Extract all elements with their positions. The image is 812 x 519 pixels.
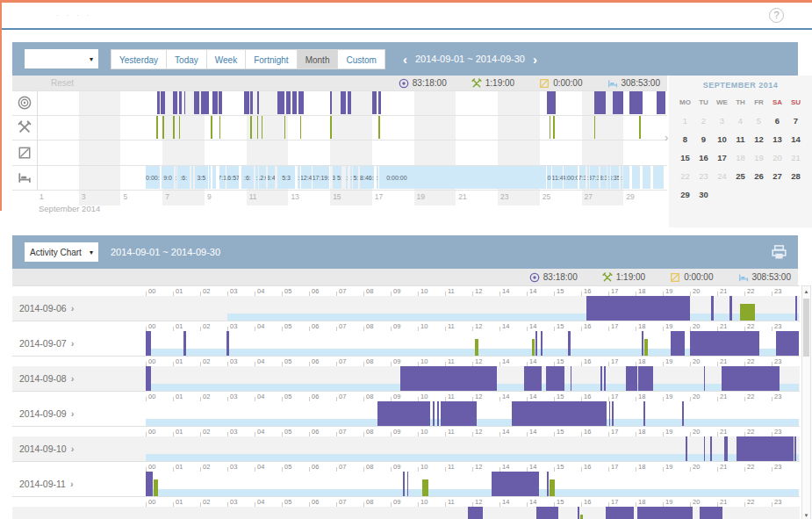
activity-bar — [795, 296, 797, 321]
calendar-day-4[interactable]: 4 — [731, 112, 750, 130]
hour-label: 09 — [393, 393, 400, 400]
range-button-yesterday[interactable]: Yesterday — [111, 49, 167, 69]
activity-bar — [146, 366, 151, 391]
calendar-day-8[interactable]: 8 — [676, 130, 694, 148]
calendar-day-27[interactable]: 27 — [768, 167, 787, 185]
hour-label: 07 — [339, 322, 346, 330]
hour-label: 12 — [475, 357, 482, 365]
activity-bar — [348, 91, 352, 114]
calendar-day-20[interactable]: 20 — [768, 148, 787, 167]
calendar-day-5[interactable]: 5 — [750, 112, 768, 130]
chart-type-dropdown[interactable]: Activity Chart ▾ — [25, 242, 98, 262]
day-label[interactable]: 2014-09-06› — [19, 296, 74, 321]
activity-bar — [341, 91, 346, 114]
calendar-day-29[interactable]: 29 — [676, 185, 694, 204]
calendar-day-26[interactable]: 26 — [750, 167, 768, 185]
tools-bar — [553, 116, 555, 139]
calendar-day-18[interactable]: 18 — [731, 148, 750, 167]
range-button-today[interactable]: Today — [167, 49, 207, 69]
hour-label: 09 — [393, 357, 400, 365]
calendar-day-11[interactable]: 11 — [731, 130, 750, 148]
calendar-day-23[interactable]: 23 — [694, 167, 713, 185]
activity-panel-header: Activity Chart ▾ 2014-09-01 ~ 2014-09-30 — [12, 235, 798, 269]
calendar-day-21[interactable]: 21 — [787, 148, 805, 167]
hour-label: 00 — [148, 393, 155, 400]
activity-bar — [146, 331, 151, 356]
range-button-fortnight[interactable]: Fortnight — [246, 49, 297, 69]
day-label[interactable]: 2014-09-07› — [19, 331, 74, 356]
expand-day-icon[interactable]: › — [71, 303, 75, 314]
hour-label: 02 — [203, 393, 210, 400]
day-row — [12, 507, 800, 519]
hour-label: 14 — [502, 428, 509, 436]
hour-label: 03 — [230, 428, 237, 436]
stat-value: 308:53:00 — [622, 78, 661, 88]
activity-bar — [468, 507, 483, 519]
next-range-icon[interactable]: › — [533, 53, 537, 66]
activity-bar — [600, 366, 602, 391]
date-range-label: 2014-09-01 ~ 2014-09-30 — [415, 54, 525, 64]
calendar-day-28[interactable]: 28 — [787, 167, 805, 185]
hour-label: 16 — [584, 357, 591, 365]
range-button-month[interactable]: Month — [298, 49, 339, 69]
calendar-day-17[interactable]: 17 — [713, 148, 731, 167]
scroll-up-icon[interactable]: ▲ — [802, 289, 810, 294]
activity-bar — [547, 91, 556, 114]
activity-bar — [277, 91, 284, 114]
reset-button[interactable]: Reset — [51, 78, 74, 88]
hour-label: 20 — [693, 287, 700, 295]
print-button[interactable] — [771, 244, 787, 261]
calendar-day-24[interactable]: 24 — [713, 167, 731, 185]
calendar-day-19[interactable]: 19 — [750, 148, 768, 167]
overview-type-dropdown[interactable]: ▾ — [25, 49, 98, 68]
calendar-empty-cell — [750, 185, 768, 204]
day-label[interactable]: 2014-09-08› — [19, 366, 74, 391]
expand-day-icon[interactable]: › — [71, 443, 75, 454]
hour-label: 18 — [638, 498, 645, 506]
calendar-day-2[interactable]: 2 — [694, 112, 713, 130]
scroll-down-icon[interactable]: ▼ — [802, 513, 810, 518]
calendar-day-13[interactable]: 13 — [768, 130, 787, 148]
range-button-custom[interactable]: Custom — [338, 49, 384, 69]
range-button-week[interactable]: Week — [207, 49, 246, 69]
vertical-scrollbar[interactable]: ▲ ▼ — [801, 285, 811, 519]
calendar-day-12[interactable]: 12 — [750, 130, 768, 148]
calendar-day-16[interactable]: 16 — [694, 148, 713, 167]
day-label[interactable]: 2014-09-09› — [19, 401, 74, 426]
calendar-day-25[interactable]: 25 — [731, 167, 750, 185]
top-bar: · · · · ? — [0, 3, 812, 30]
help-icon[interactable]: ? — [769, 8, 784, 23]
hour-label: 10 — [420, 357, 428, 365]
activity-bar — [571, 366, 572, 391]
calendar-next-icon[interactable]: › — [665, 131, 668, 144]
day-label[interactable]: 2014-09-11› — [19, 472, 74, 496]
expand-day-icon[interactable]: › — [71, 408, 75, 419]
hour-label: 07 — [339, 393, 346, 400]
presence-bar — [146, 489, 799, 496]
calendar-day-15[interactable]: 15 — [676, 148, 694, 167]
scrollbar-thumb[interactable] — [803, 299, 809, 357]
calendar-day-22[interactable]: 22 — [676, 167, 694, 185]
edit-square-icon — [670, 272, 680, 283]
tools-bar — [330, 116, 332, 139]
hour-label: 18 — [638, 463, 645, 471]
activity-bar — [183, 331, 185, 356]
stat-tools: 1:19:00 — [602, 272, 645, 283]
calendar-day-14[interactable]: 14 — [787, 130, 805, 148]
expand-day-icon[interactable]: › — [71, 373, 75, 384]
calendar-day-10[interactable]: 10 — [713, 130, 731, 148]
calendar-day-7[interactable]: 7 — [787, 112, 805, 130]
stat-edit-square: 0:00:00 — [670, 272, 713, 283]
calendar-day-3[interactable]: 3 — [713, 112, 731, 130]
calendar-day-6[interactable]: 6 — [768, 112, 787, 130]
day-label[interactable]: 2014-09-10› — [19, 436, 74, 461]
expand-day-icon[interactable]: › — [70, 479, 74, 489]
calendar-day-9[interactable]: 9 — [694, 130, 713, 148]
prev-range-icon[interactable]: ‹ — [403, 53, 407, 66]
calendar-weekday: WE — [713, 93, 731, 112]
day-date: 2014-09-07 — [19, 338, 67, 349]
stat-bed: 308:53:00 — [738, 272, 792, 283]
calendar-day-1[interactable]: 1 — [676, 112, 694, 130]
expand-day-icon[interactable]: › — [71, 338, 75, 349]
calendar-day-30[interactable]: 30 — [694, 185, 713, 204]
